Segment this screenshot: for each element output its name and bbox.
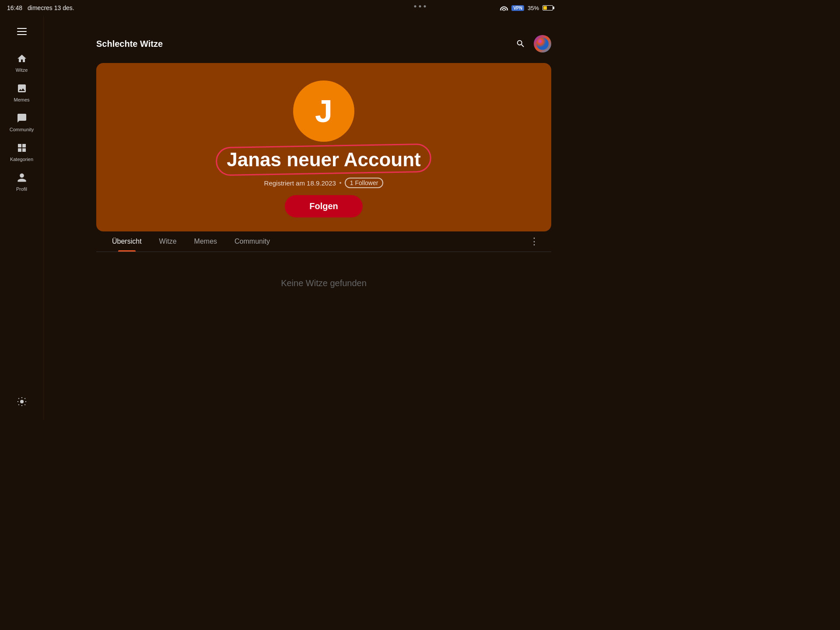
status-bar-right: VPN 35%	[500, 5, 553, 11]
chat-icon	[17, 113, 27, 125]
follow-button[interactable]: Folgen	[285, 195, 363, 217]
meta-dot	[340, 182, 341, 184]
user-avatar-button[interactable]	[534, 35, 551, 52]
profile-name: Janas neuer Account	[227, 149, 420, 170]
svg-point-1	[536, 38, 549, 50]
sidebar-item-settings[interactable]	[3, 392, 41, 413]
sidebar-nav: Witze Memes Community	[0, 49, 43, 392]
sidebar: Witze Memes Community	[0, 16, 44, 420]
top-bar: Schlechte Witze	[88, 32, 560, 56]
page-title: Schlechte Witze	[96, 39, 506, 49]
empty-state-text: Keine Witze gefunden	[281, 278, 367, 288]
person-icon	[17, 172, 27, 185]
battery-percent: 35%	[528, 5, 539, 11]
sun-icon	[17, 396, 27, 409]
sidebar-item-community[interactable]: Community	[3, 108, 41, 136]
home-icon	[17, 53, 27, 66]
grid-icon	[17, 143, 27, 155]
status-date: dimecres 13 des.	[28, 4, 74, 11]
profile-name-wrapper: Janas neuer Account	[227, 149, 420, 171]
sidebar-item-kategorien[interactable]: Kategorien	[3, 138, 41, 166]
main-content: J Janas neuer Account Registriert am 18.…	[88, 56, 560, 420]
tab-community[interactable]: Community	[226, 231, 279, 252]
profile-avatar: J	[293, 80, 354, 142]
wifi-icon	[500, 5, 508, 11]
battery-icon	[542, 5, 553, 10]
tabs-bar: Übersicht Witze Memes Community ⋮	[96, 231, 551, 252]
tab-ubersicht[interactable]: Übersicht	[103, 231, 150, 252]
vpn-badge: VPN	[511, 5, 524, 11]
status-time: 16:48	[7, 4, 22, 11]
status-bar: 16:48 dimecres 13 des. VPN 35%	[0, 0, 560, 16]
app-layout: Witze Memes Community	[0, 16, 560, 420]
profile-card: J Janas neuer Account Registriert am 18.…	[96, 63, 551, 231]
status-bar-left: 16:48 dimecres 13 des.	[7, 4, 74, 11]
top-bar-actions	[513, 35, 551, 52]
tab-memes[interactable]: Memes	[186, 231, 226, 252]
tab-witze[interactable]: Witze	[150, 231, 186, 252]
tab-more-button[interactable]: ⋮	[524, 232, 544, 251]
svg-point-0	[20, 400, 24, 403]
sidebar-bottom	[3, 392, 41, 413]
sidebar-item-witze[interactable]: Witze	[3, 49, 41, 77]
empty-state: Keine Witze gefunden	[96, 252, 551, 315]
search-button[interactable]	[513, 36, 528, 52]
sidebar-label-community: Community	[10, 127, 34, 132]
sidebar-label-memes: Memes	[14, 97, 29, 102]
follower-badge: 1 Follower	[345, 178, 384, 188]
three-dots	[414, 5, 426, 7]
sidebar-item-profil[interactable]: Profil	[3, 168, 41, 196]
sidebar-label-profil: Profil	[16, 186, 27, 192]
registered-text: Registriert am 18.9.2023	[264, 179, 336, 187]
sidebar-label-kategorien: Kategorien	[10, 157, 33, 162]
menu-button[interactable]	[13, 23, 31, 40]
image-icon	[17, 83, 27, 95]
avatar-letter: J	[315, 93, 332, 129]
profile-meta: Registriert am 18.9.2023 1 Follower	[264, 178, 384, 188]
sidebar-item-memes[interactable]: Memes	[3, 79, 41, 107]
sidebar-label-witze: Witze	[16, 67, 28, 73]
